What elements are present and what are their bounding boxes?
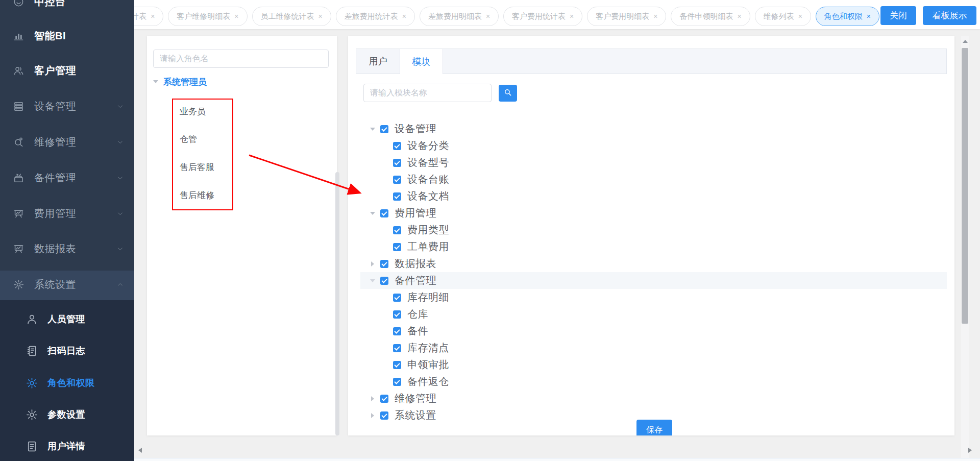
- role-item-3[interactable]: 售后维修: [180, 188, 214, 202]
- sidebar-item-0[interactable]: 中控台: [0, 0, 134, 13]
- bottom-scrollbar-track[interactable]: [134, 458, 980, 461]
- tab-3[interactable]: 差旅费用统计表×: [336, 7, 415, 26]
- perm-tab-1[interactable]: 模块: [400, 49, 443, 74]
- tab-7[interactable]: 备件申领明细表×: [671, 7, 750, 26]
- tab-4[interactable]: 差旅费用明细表×: [420, 7, 499, 26]
- expand-arrow-icon[interactable]: [371, 261, 374, 266]
- tab-8[interactable]: 维修列表×: [755, 7, 811, 26]
- sidebar-item-1[interactable]: 智能BI: [0, 25, 134, 47]
- module-search-button[interactable]: [499, 85, 517, 102]
- module-tree-row-10[interactable]: 库存明细: [348, 289, 954, 306]
- checkbox-checked[interactable]: [393, 226, 401, 234]
- sidebar-subitem-4[interactable]: 用户详情: [0, 435, 134, 457]
- scroll-right-arrow-icon[interactable]: [968, 448, 972, 453]
- module-tree-row-3[interactable]: 设备台账: [348, 171, 954, 188]
- sidebar-subitem-0[interactable]: 人员管理: [0, 308, 134, 330]
- sidebar-item-5[interactable]: 备件管理: [0, 166, 134, 189]
- checkbox-checked[interactable]: [393, 327, 401, 335]
- role-search-input[interactable]: [153, 50, 329, 68]
- checkbox-checked[interactable]: [393, 243, 401, 251]
- collapse-arrow-icon[interactable]: [370, 212, 375, 215]
- checkbox-checked[interactable]: [393, 159, 401, 167]
- role-item-2[interactable]: 售后客服: [180, 160, 214, 174]
- tab-0[interactable]: 客户维修统计表×: [134, 7, 163, 26]
- collapse-arrow-icon[interactable]: [370, 279, 375, 282]
- sidebar-item-4[interactable]: 维修管理: [0, 131, 134, 153]
- module-tree-row-16[interactable]: 维修管理: [348, 390, 954, 407]
- module-tree-row-13[interactable]: 库存清点: [348, 339, 954, 356]
- sidebar-item-label: 备件管理: [34, 171, 76, 185]
- role-tree-root[interactable]: 系统管理员: [153, 75, 207, 89]
- checkbox-checked[interactable]: [393, 142, 401, 150]
- checkbox-checked[interactable]: [393, 361, 401, 369]
- tab-close-icon[interactable]: ×: [151, 13, 155, 20]
- module-tree-row-2[interactable]: 设备型号: [348, 154, 954, 171]
- tab-5[interactable]: 客户费用统计表×: [503, 7, 582, 26]
- close-button[interactable]: 关闭: [880, 6, 916, 25]
- tab-close-icon[interactable]: ×: [798, 13, 802, 20]
- tab-1[interactable]: 客户维修明细表×: [168, 7, 247, 26]
- tab-close-icon[interactable]: ×: [486, 13, 490, 20]
- module-tree-row-4[interactable]: 设备文档: [348, 188, 954, 205]
- module-tree-row-6[interactable]: 费用类型: [348, 222, 954, 238]
- sidebar-subitem-3[interactable]: 参数设置: [0, 403, 134, 426]
- checkbox-checked[interactable]: [393, 378, 401, 386]
- module-search-input[interactable]: [363, 84, 492, 102]
- tab-close-icon[interactable]: ×: [867, 13, 871, 20]
- module-tree-row-8[interactable]: 数据报表: [348, 255, 954, 272]
- save-button[interactable]: 保存: [636, 420, 672, 435]
- checkbox-checked[interactable]: [393, 344, 401, 352]
- role-item-0[interactable]: 业务员: [180, 104, 206, 118]
- console-icon: [13, 0, 24, 8]
- expand-arrow-icon[interactable]: [371, 413, 374, 418]
- module-tree-row-5[interactable]: 费用管理: [348, 205, 954, 222]
- checkbox-checked[interactable]: [380, 411, 388, 420]
- sidebar-item-7[interactable]: 数据报表: [0, 237, 134, 260]
- module-tree-row-12[interactable]: 备件: [348, 323, 954, 339]
- tab-9[interactable]: 角色和权限×: [816, 7, 879, 26]
- checkbox-checked[interactable]: [380, 395, 388, 403]
- module-tree-row-7[interactable]: 工单费用: [348, 238, 954, 255]
- scrollbar-thumb[interactable]: [335, 172, 339, 435]
- role-item-1[interactable]: 仓管: [180, 132, 197, 146]
- tab-6[interactable]: 客户费用明细表×: [587, 7, 666, 26]
- checkbox-checked[interactable]: [380, 260, 388, 268]
- checkbox-checked[interactable]: [393, 192, 401, 201]
- sidebar-item-3[interactable]: 设备管理: [0, 95, 134, 117]
- module-tree-row-11[interactable]: 仓库: [348, 306, 954, 323]
- checkbox-checked[interactable]: [393, 176, 401, 184]
- perm-tab-0[interactable]: 用户: [356, 49, 400, 74]
- module-tree-label: 维修管理: [395, 392, 436, 405]
- scrollbar-thumb[interactable]: [962, 48, 968, 324]
- expand-arrow-icon[interactable]: [371, 396, 374, 401]
- module-tree-row-14[interactable]: 申领审批: [348, 356, 954, 373]
- tab-2[interactable]: 员工维修统计表×: [252, 7, 331, 26]
- sidebar-item-8[interactable]: 系统设置: [0, 273, 134, 296]
- scroll-left-arrow-icon[interactable]: [138, 448, 142, 453]
- checkbox-checked[interactable]: [380, 277, 388, 285]
- sidebar-item-6[interactable]: 费用管理: [0, 202, 134, 225]
- tab-close-icon[interactable]: ×: [570, 13, 574, 20]
- checkbox-checked[interactable]: [380, 125, 388, 133]
- collapse-arrow-icon[interactable]: [370, 128, 375, 131]
- vertical-scrollbar[interactable]: [961, 36, 969, 458]
- module-tree-row-0[interactable]: 设备管理: [348, 120, 954, 137]
- checkbox-checked[interactable]: [393, 294, 401, 302]
- module-tree-row-9[interactable]: 备件管理: [360, 272, 947, 289]
- checkbox-checked[interactable]: [393, 310, 401, 319]
- tab-close-icon[interactable]: ×: [234, 13, 238, 20]
- collapse-arrow-icon[interactable]: [153, 80, 158, 83]
- module-tree-row-15[interactable]: 备件返仓: [348, 373, 954, 390]
- checkbox-checked[interactable]: [380, 209, 388, 217]
- role-panel-scrollbar[interactable]: [334, 36, 340, 435]
- tab-close-icon[interactable]: ×: [318, 13, 323, 20]
- tab-close-icon[interactable]: ×: [402, 13, 406, 20]
- tab-close-icon[interactable]: ×: [737, 13, 741, 20]
- module-tree-row-1[interactable]: 设备分类: [348, 137, 954, 154]
- sidebar-item-2[interactable]: 客户管理: [0, 59, 134, 82]
- board-display-button[interactable]: 看板展示: [923, 6, 976, 25]
- scroll-up-arrow-icon[interactable]: [963, 40, 968, 43]
- sidebar-subitem-2[interactable]: 角色和权限: [0, 372, 134, 394]
- tab-close-icon[interactable]: ×: [653, 13, 657, 20]
- sidebar-subitem-1[interactable]: 扫码日志: [0, 339, 134, 362]
